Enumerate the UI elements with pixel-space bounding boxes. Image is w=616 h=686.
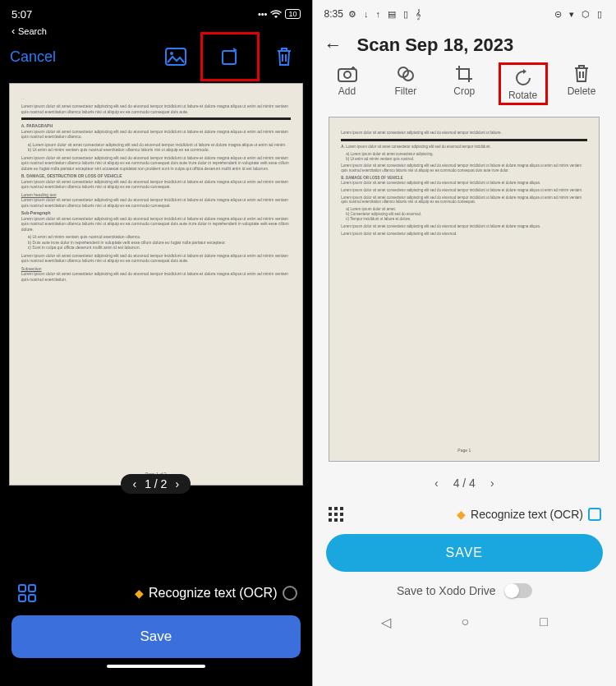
ios-scan-screen: 5:07 ••• 10 Search Cancel · · Lorem ipsu… xyxy=(0,0,312,686)
wifi-icon xyxy=(270,10,282,19)
back-to-search[interactable]: Search xyxy=(0,25,312,37)
page-count: 4 / 4 xyxy=(453,477,476,490)
camera-plus-icon xyxy=(337,65,358,83)
rotate-icon xyxy=(513,68,533,88)
save-button[interactable]: SAVE xyxy=(326,534,604,572)
gallery-button[interactable] xyxy=(158,39,194,75)
trash-icon xyxy=(573,64,590,84)
status-right: ••• 10 xyxy=(258,9,301,19)
status-time: 5:07 xyxy=(11,8,32,21)
delete-button[interactable]: Delete xyxy=(557,62,606,105)
svg-rect-14 xyxy=(329,513,332,516)
nav-back-icon[interactable]: ◁ xyxy=(381,615,391,630)
svg-rect-15 xyxy=(334,513,338,516)
page-indicator: ‹ 4 / 4 › xyxy=(313,468,617,498)
trash-icon xyxy=(275,46,293,67)
scanned-page: Lorem ipsum dolor sit amet consectetur a… xyxy=(329,117,600,462)
nav-recent-icon[interactable]: □ xyxy=(540,615,548,630)
rotate-button[interactable] xyxy=(212,39,248,75)
add-button[interactable]: Add xyxy=(323,62,372,105)
bottom-bar: ◆ Recognize text (OCR) SAVE Save to Xodo… xyxy=(313,498,617,606)
chevron-right-icon[interactable]: › xyxy=(490,477,494,490)
svg-rect-6 xyxy=(29,595,35,601)
crop-button[interactable]: Crop xyxy=(439,62,489,105)
nav-home-icon[interactable]: ○ xyxy=(462,615,470,630)
ocr-toggle[interactable]: ◆ Recognize text (OCR) xyxy=(457,508,601,521)
ocr-label: Recognize text (OCR) xyxy=(471,508,583,521)
save-button[interactable]: Save xyxy=(11,615,301,658)
rotate-icon xyxy=(219,46,241,67)
ocr-radio[interactable] xyxy=(283,586,297,601)
svg-rect-11 xyxy=(329,507,332,510)
status-right: ⊝ ▾ ⬡ ▯ xyxy=(554,9,605,20)
grid-icon xyxy=(17,583,37,603)
android-nav-bar: ◁ ○ □ xyxy=(313,606,617,638)
grid-button[interactable] xyxy=(328,506,344,523)
bottom-bar: ◆ Recognize text (OCR) Save xyxy=(0,563,312,686)
svg-point-1 xyxy=(170,52,173,55)
document-preview[interactable]: · · Lorem ipsum dolor sit amet consectet… xyxy=(0,76,312,492)
page-count: 1 / 2 xyxy=(145,477,167,490)
back-button[interactable]: ← xyxy=(324,35,342,56)
svg-rect-2 xyxy=(223,51,236,64)
toolbar: Add Filter Crop Rotate Delete xyxy=(313,59,617,110)
svg-rect-3 xyxy=(19,585,25,592)
cancel-button[interactable]: Cancel xyxy=(10,48,56,66)
drive-label: Save to Xodo Drive xyxy=(397,584,496,597)
scanned-page: · · Lorem ipsum dolor sit amet consectet… xyxy=(9,83,303,486)
svg-rect-18 xyxy=(334,518,338,522)
svg-rect-19 xyxy=(340,518,343,522)
ocr-toggle[interactable]: ◆ Recognize text (OCR) xyxy=(135,586,297,601)
svg-rect-4 xyxy=(29,585,35,592)
save-to-drive: Save to Xodo Drive xyxy=(326,578,604,603)
drive-toggle[interactable] xyxy=(504,583,532,598)
header: ← Scan Sep 18, 2023 xyxy=(313,25,617,59)
delete-button[interactable] xyxy=(266,39,302,75)
svg-rect-12 xyxy=(334,507,338,510)
diamond-icon: ◆ xyxy=(135,587,144,600)
filter-button[interactable]: Filter xyxy=(381,62,430,105)
page-indicator[interactable]: ‹ 1 / 2 › xyxy=(121,474,191,494)
crop-icon xyxy=(454,64,474,84)
svg-point-8 xyxy=(344,71,351,78)
document-preview[interactable]: Lorem ipsum dolor sit amet consectetur a… xyxy=(313,110,617,468)
ocr-checkbox[interactable] xyxy=(588,508,601,521)
filter-icon xyxy=(396,65,416,83)
status-left: 8:35 ⚙ ↓ ↑ ▤ ▯ 𝄞 xyxy=(324,8,425,20)
home-indicator xyxy=(107,665,205,668)
svg-rect-0 xyxy=(166,48,186,65)
chevron-left-icon[interactable]: ‹ xyxy=(132,477,136,490)
svg-rect-5 xyxy=(19,595,25,601)
diamond-icon: ◆ xyxy=(457,508,466,521)
toolbar: Cancel xyxy=(0,37,312,76)
svg-rect-17 xyxy=(329,518,332,522)
chevron-right-icon[interactable]: › xyxy=(175,477,179,490)
svg-rect-16 xyxy=(340,513,343,516)
svg-rect-13 xyxy=(340,507,343,510)
rotate-highlight xyxy=(200,32,260,81)
image-icon xyxy=(165,48,186,66)
page-title: Scan Sep 18, 2023 xyxy=(357,35,514,56)
ocr-label: Recognize text (OCR) xyxy=(149,586,278,601)
rotate-button[interactable]: Rotate xyxy=(499,62,548,105)
chevron-left-icon[interactable]: ‹ xyxy=(434,477,439,490)
android-scan-screen: 8:35 ⚙ ↓ ↑ ▤ ▯ 𝄞 ⊝ ▾ ⬡ ▯ ← Scan Sep 18, … xyxy=(313,0,617,686)
grid-button[interactable] xyxy=(15,581,39,605)
grid-icon xyxy=(328,506,344,523)
status-bar: 5:07 ••• 10 xyxy=(0,0,312,25)
status-bar: 8:35 ⚙ ↓ ↑ ▤ ▯ 𝄞 ⊝ ▾ ⬡ ▯ xyxy=(313,0,617,25)
